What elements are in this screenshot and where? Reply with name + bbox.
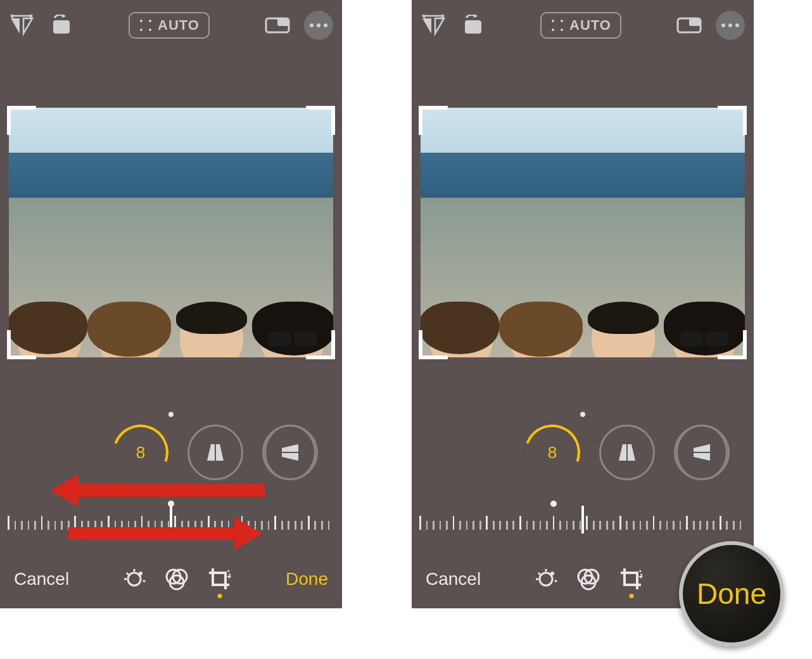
photo-preview [9,108,333,357]
svg-rect-0 [53,20,70,34]
crop-handle-bottom-right[interactable] [306,330,335,359]
adjustment-dials: 8 [0,426,342,479]
crop-handle-top-right[interactable] [718,106,747,135]
angle-slider[interactable] [419,498,746,536]
vertical-perspective-dial[interactable] [599,425,655,480]
phone-screen-left: AUTO [0,0,342,608]
crop-top-toolbar: AUTO [412,0,754,51]
svg-point-12 [550,572,554,575]
svg-rect-2 [277,18,289,26]
adjustment-dials: 8 [412,426,754,479]
more-options-button[interactable] [304,11,333,40]
svg-rect-10 [689,18,701,26]
slider-center-marker [581,506,584,534]
svg-point-4 [139,572,143,575]
crop-handle-bottom-left[interactable] [419,330,448,359]
done-button[interactable]: Done [286,569,328,589]
straighten-value: 8 [136,443,145,463]
crop-handle-bottom-left[interactable] [7,330,36,359]
cancel-button[interactable]: Cancel [14,569,69,589]
svg-rect-8 [465,20,481,34]
svg-point-11 [540,573,552,585]
straighten-value: 8 [548,443,557,463]
crop-handle-top-right[interactable] [306,106,335,135]
adjust-tab-icon[interactable] [534,567,558,591]
slider-origin-dot [550,501,557,507]
crop-tab-icon[interactable] [619,566,644,592]
dial-indicator-dot [168,412,174,417]
dial-indicator-dot [580,412,585,417]
crop-frame[interactable] [421,108,745,357]
crop-top-toolbar: AUTO [0,0,342,51]
phone-screen-right: AUTO [412,0,754,608]
auto-enhance-button[interactable]: AUTO [540,12,621,39]
more-options-button[interactable] [716,11,745,40]
aspect-ratio-icon[interactable] [676,16,702,35]
crop-tab-icon[interactable] [207,566,232,592]
horizontal-perspective-dial[interactable] [674,425,730,480]
straighten-dial[interactable]: 8 [113,425,168,480]
flip-horizontal-icon[interactable] [9,15,34,36]
crop-handle-top-left[interactable] [419,106,448,135]
auto-enhance-button[interactable]: AUTO [129,12,210,39]
photo-preview [421,108,745,357]
auto-label: AUTO [158,17,200,34]
crop-handle-bottom-right[interactable] [718,330,747,359]
rotate-icon[interactable] [460,15,485,36]
svg-point-3 [128,573,141,585]
annotation-arrow-left [75,484,265,497]
horizontal-perspective-dial[interactable] [262,425,318,480]
straighten-dial[interactable]: 8 [524,425,580,480]
flip-horizontal-icon[interactable] [421,15,446,36]
annotation-arrow-right [68,527,238,540]
ellipsis-icon [721,23,739,27]
rotate-icon[interactable] [48,15,73,36]
vertical-perspective-dial[interactable] [187,425,243,480]
filters-tab-icon[interactable] [164,568,189,591]
crop-handle-top-left[interactable] [7,106,36,135]
annotation-done-label: Done [697,577,766,611]
ellipsis-icon [310,23,327,27]
adjust-tab-icon[interactable] [122,567,146,591]
annotation-done-highlight: Done [679,541,784,646]
filters-tab-icon[interactable] [576,568,601,591]
crop-frame[interactable] [9,108,333,357]
editor-bottom-bar: Cancel Done [0,550,342,608]
aspect-ratio-icon[interactable] [265,16,290,35]
cancel-button[interactable]: Cancel [426,569,481,589]
auto-label: AUTO [569,17,611,34]
